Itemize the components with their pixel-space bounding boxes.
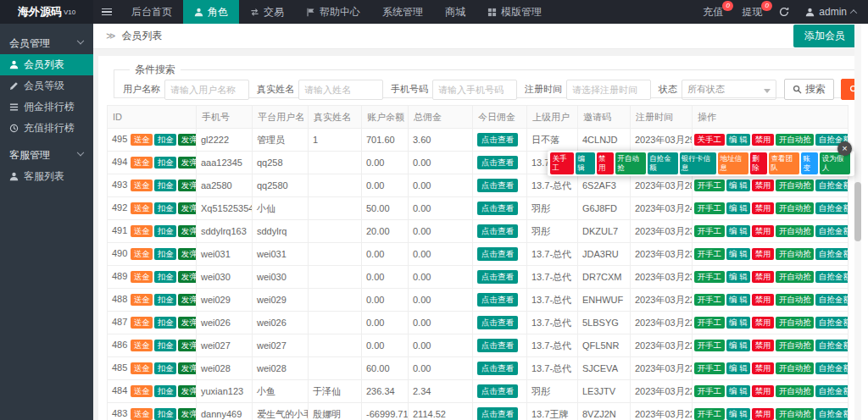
- deduct-money-button[interactable]: 扣金: [154, 408, 176, 420]
- send-popup-button[interactable]: 发弹窗: [178, 225, 196, 238]
- search-button[interactable]: 搜索: [784, 79, 834, 100]
- grab-amount-button[interactable]: 自抢金额: [815, 202, 848, 215]
- search-input-3[interactable]: [432, 80, 517, 100]
- sidebar-item-1-4[interactable]: 充值排行榜: [0, 118, 93, 139]
- deduct-money-button[interactable]: 扣金: [154, 134, 176, 146]
- disable-button[interactable]: 禁用: [752, 225, 774, 238]
- view-today-commission-button[interactable]: 点击查看: [477, 156, 518, 169]
- send-money-button[interactable]: 送金: [131, 294, 153, 307]
- auto-grab-button[interactable]: 开自动抢: [776, 202, 814, 215]
- deduct-money-button[interactable]: 扣金: [154, 180, 176, 192]
- manual-toggle-button[interactable]: 关手工: [694, 134, 725, 146]
- auto-grab-button[interactable]: 开自动抢: [776, 362, 814, 375]
- grab-amount-button[interactable]: 自抢金额: [815, 248, 848, 261]
- popup-action-2[interactable]: 编 辑: [576, 152, 595, 174]
- nav-item-3[interactable]: 交易: [239, 0, 295, 24]
- send-money-button[interactable]: 送金: [131, 385, 153, 398]
- popup-action-10[interactable]: 账变: [801, 152, 818, 174]
- send-money-button[interactable]: 送金: [131, 271, 153, 284]
- send-popup-button[interactable]: 发弹窗: [178, 385, 196, 398]
- send-popup-button[interactable]: 发弹窗: [178, 134, 196, 146]
- view-today-commission-button[interactable]: 点击查看: [477, 316, 518, 329]
- send-popup-button[interactable]: 发弹窗: [178, 408, 196, 420]
- menu-toggle-icon[interactable]: [93, 0, 120, 24]
- nav-item-2[interactable]: 角色: [183, 0, 239, 24]
- deduct-money-button[interactable]: 扣金: [154, 317, 176, 329]
- auto-grab-button[interactable]: 开自动抢: [776, 180, 814, 192]
- grab-amount-button[interactable]: 自抢金额: [815, 225, 848, 238]
- grab-amount-button[interactable]: 自抢金额: [815, 385, 848, 398]
- manual-toggle-button[interactable]: 开手工: [694, 317, 725, 329]
- deduct-money-button[interactable]: 扣金: [154, 202, 176, 215]
- auto-grab-button[interactable]: 开自动抢: [776, 271, 814, 284]
- edit-button[interactable]: 编 辑: [726, 385, 751, 398]
- grab-amount-button[interactable]: 自抢金额: [815, 180, 848, 192]
- nav-item-5[interactable]: 系统管理: [371, 0, 434, 24]
- search-input-1[interactable]: [164, 80, 249, 100]
- sidebar-group-2[interactable]: 客服管理: [0, 144, 93, 166]
- deduct-money-button[interactable]: 扣金: [154, 294, 176, 307]
- send-money-button[interactable]: 送金: [131, 248, 153, 261]
- auto-grab-button[interactable]: 开自动抢: [776, 408, 814, 420]
- send-popup-button[interactable]: 发弹窗: [178, 202, 196, 215]
- quick-link-1[interactable]: 充值0: [693, 0, 732, 24]
- manual-toggle-button[interactable]: 开手工: [694, 202, 725, 215]
- deduct-money-button[interactable]: 扣金: [154, 385, 176, 398]
- manual-toggle-button[interactable]: 开手工: [694, 340, 725, 352]
- sidebar-item-2-1[interactable]: 客服列表: [0, 166, 93, 187]
- status-select[interactable]: 所有状态: [682, 80, 776, 100]
- manual-toggle-button[interactable]: 开手工: [694, 294, 725, 307]
- manual-toggle-button[interactable]: 开手工: [694, 362, 725, 375]
- send-money-button[interactable]: 送金: [131, 180, 153, 192]
- send-money-button[interactable]: 送金: [131, 134, 153, 146]
- deduct-money-button[interactable]: 扣金: [154, 157, 176, 169]
- manual-toggle-button[interactable]: 开手工: [694, 248, 725, 261]
- view-today-commission-button[interactable]: 点击查看: [477, 202, 518, 215]
- popup-action-7[interactable]: 地址信息: [718, 152, 748, 174]
- popup-action-11[interactable]: 设为假人: [820, 152, 850, 174]
- send-money-button[interactable]: 送金: [131, 317, 153, 329]
- manual-toggle-button[interactable]: 开手工: [694, 225, 725, 238]
- view-today-commission-button[interactable]: 点击查看: [477, 407, 518, 420]
- send-money-button[interactable]: 送金: [131, 340, 153, 352]
- deduct-money-button[interactable]: 扣金: [154, 225, 176, 238]
- manual-toggle-button[interactable]: 开手工: [694, 180, 725, 192]
- send-popup-button[interactable]: 发弹窗: [178, 294, 196, 307]
- popup-action-3[interactable]: 禁用: [597, 152, 614, 174]
- view-today-commission-button[interactable]: 点击查看: [477, 362, 518, 375]
- disable-button[interactable]: 禁用: [752, 202, 774, 215]
- nav-item-6[interactable]: 商城: [434, 0, 476, 24]
- send-popup-button[interactable]: 发弹窗: [178, 340, 196, 352]
- disable-button[interactable]: 禁用: [752, 271, 774, 284]
- send-money-button[interactable]: 送金: [131, 202, 153, 215]
- popup-action-4[interactable]: 开自动抢: [615, 152, 646, 174]
- popup-action-6[interactable]: 银行卡信息: [680, 152, 716, 174]
- view-today-commission-button[interactable]: 点击查看: [477, 270, 518, 284]
- disable-button[interactable]: 禁用: [752, 340, 774, 352]
- disable-button[interactable]: 禁用: [752, 180, 774, 192]
- send-popup-button[interactable]: 发弹窗: [178, 157, 196, 169]
- disable-button[interactable]: 禁用: [752, 362, 774, 375]
- disable-button[interactable]: 禁用: [752, 134, 774, 146]
- edit-button[interactable]: 编 辑: [726, 180, 751, 192]
- grab-amount-button[interactable]: 自抢金额: [815, 362, 848, 375]
- nav-item-1[interactable]: 后台首页: [120, 0, 183, 24]
- user-menu[interactable]: admin: [797, 0, 868, 24]
- send-popup-button[interactable]: 发弹窗: [178, 180, 196, 192]
- disable-button[interactable]: 禁用: [752, 317, 774, 329]
- sidebar-group-1[interactable]: 会员管理: [0, 32, 93, 54]
- auto-grab-button[interactable]: 开自动抢: [776, 294, 814, 307]
- send-money-button[interactable]: 送金: [131, 157, 153, 169]
- search-input-4[interactable]: [566, 80, 651, 100]
- disable-button[interactable]: 禁用: [752, 248, 774, 261]
- edit-button[interactable]: 编 辑: [726, 202, 751, 215]
- grab-amount-button[interactable]: 自抢金额: [815, 294, 848, 307]
- auto-grab-button[interactable]: 开自动抢: [776, 134, 814, 146]
- sidebar-item-1-2[interactable]: 会员等级: [0, 75, 93, 97]
- disable-button[interactable]: 禁用: [752, 294, 774, 307]
- view-today-commission-button[interactable]: 点击查看: [477, 384, 518, 398]
- edit-button[interactable]: 编 辑: [726, 271, 751, 284]
- vertical-scrollbar[interactable]: [854, 24, 861, 420]
- popup-action-5[interactable]: 自抢金额: [648, 152, 678, 174]
- deduct-money-button[interactable]: 扣金: [154, 362, 176, 375]
